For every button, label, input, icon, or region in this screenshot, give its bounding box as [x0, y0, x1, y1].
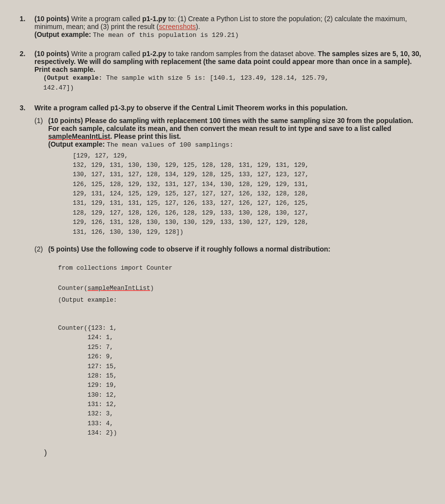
sub-2-header: (2) (5 points) Use the following code to… — [34, 245, 425, 439]
sub-2-number: (2) — [34, 245, 48, 253]
screenshots-link: screenshots — [159, 23, 196, 31]
problem-1: 1. (10 points) Write a program called p1… — [20, 15, 425, 39]
output-code-2b: 142.47]) — [43, 84, 74, 92]
problem-1-points: (10 points) — [34, 15, 69, 23]
problem-3-text: Write a program called p1-3.py to observ… — [34, 104, 425, 112]
output-code-2: The sample with size 5 is: [140.1, 123.4… — [102, 74, 328, 82]
sub-1-header: (1) (10 points) Please do sampling with … — [34, 117, 425, 237]
sub-2-points: (5 points) — [48, 245, 81, 253]
sub-problem-2: (2) (5 points) Use the following code to… — [34, 245, 425, 439]
sub-2-output-label: (Output example: — [58, 296, 425, 305]
sub-1-output-data: [129, 127, 129, 132, 129, 131, 130, 130,… — [73, 152, 425, 237]
problem-2-output: (Output example: The sample with size 5 … — [43, 73, 425, 93]
problem-3-desc: Write a program called p1-3.py to observ… — [34, 104, 348, 112]
sub-1-points: (10 points) — [48, 117, 85, 125]
problem-2-points: (10 points) — [34, 50, 69, 58]
output-code-1: The mean of this population is 129.21) — [93, 32, 238, 39]
problem-2-text: (10 points) Write a program called p1-2.… — [34, 50, 425, 93]
sub-2-code2: Counter(sampleMeanIntList) — [58, 284, 425, 293]
sub-problem-1: (1) (10 points) Please do sampling with … — [34, 117, 425, 237]
sub-2-text: (5 points) Use the following code to obs… — [48, 245, 425, 439]
problem-1-desc: Write a program called p1-1.py to: (1) C… — [34, 15, 407, 31]
list-name-2: sampleMeanIntList — [88, 285, 150, 292]
sub-1-text: (10 points) Please do sampling with repl… — [48, 117, 425, 237]
sub-1-desc: Please do sampling with replacement 100 … — [48, 117, 413, 140]
sub-2-code1: from collections import Counter — [58, 264, 425, 273]
sub-1-output-text: The mean values of 100 samplings: — [107, 141, 233, 149]
sub-1-output-label: (Output example: — [48, 140, 105, 148]
problem-2: 2. (10 points) Write a program called p1… — [20, 50, 425, 93]
problem-3: 3. Write a program called p1-3.py to obs… — [20, 104, 425, 457]
problem-1-output: (Output example: The mean of this popula… — [34, 31, 238, 38]
problem-1-number: 1. — [20, 15, 34, 23]
sub-2-output-counter: Counter({123: 1, 124: 1, 125: 7, 126: 9,… — [58, 324, 425, 439]
list-name-1: sampleMeanIntList — [48, 132, 110, 140]
problem-2-number: 2. — [20, 50, 34, 58]
output-label-1: (Output example: — [34, 31, 91, 38]
closing-paren: ) — [44, 448, 425, 457]
sub-1-number: (1) — [34, 117, 48, 125]
sub-2-desc: Use the following code to observe if it … — [81, 245, 330, 253]
problem-3-number: 3. — [20, 104, 34, 112]
problem-1-text: (10 points) Write a program called p1-1.… — [34, 15, 425, 39]
output-label-2: (Output example: — [43, 75, 102, 82]
problem-2-desc: Write a program called p1-2.py to take r… — [34, 50, 421, 73]
